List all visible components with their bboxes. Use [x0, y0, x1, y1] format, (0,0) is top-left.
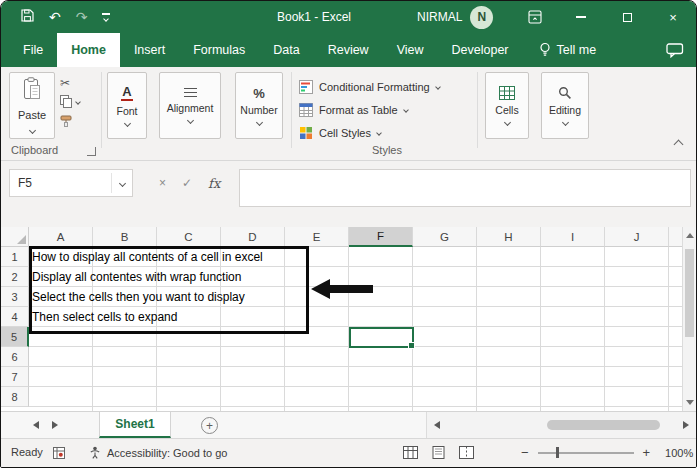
copy-button[interactable]: [60, 95, 80, 108]
tab-home[interactable]: Home: [57, 33, 120, 67]
record-macro-button[interactable]: [53, 447, 65, 459]
group-divider: [291, 72, 292, 148]
close-button[interactable]: ×: [650, 1, 696, 33]
maximize-icon: [623, 13, 632, 22]
avatar[interactable]: N: [470, 6, 493, 29]
clipboard-paste-icon: [22, 77, 42, 101]
clipboard-dialog-launcher-icon[interactable]: [87, 147, 96, 156]
zoom-out-button[interactable]: −: [521, 446, 529, 459]
name-box[interactable]: F5: [9, 169, 133, 197]
vertical-scrollbar[interactable]: [682, 227, 696, 411]
normal-view-icon[interactable]: [403, 446, 418, 459]
maximize-button[interactable]: [604, 1, 650, 33]
column-header-h[interactable]: H: [477, 227, 541, 247]
sheet-tab-bar: Sheet1 +: [1, 411, 696, 438]
column-header-b[interactable]: B: [93, 227, 157, 247]
collapse-ribbon-button[interactable]: [675, 134, 682, 152]
format-as-table-button[interactable]: Format as Table: [299, 100, 408, 120]
chevron-down-icon: [118, 179, 125, 186]
editing-group-button[interactable]: Editing: [541, 72, 589, 139]
new-sheet-button[interactable]: +: [201, 417, 218, 434]
account-area[interactable]: NIRMAL N: [417, 1, 493, 33]
tab-formulas[interactable]: Formulas: [179, 33, 259, 67]
zoom-level[interactable]: 100%: [659, 447, 693, 459]
tab-review[interactable]: Review: [314, 33, 383, 67]
tab-developer[interactable]: Developer: [438, 33, 523, 67]
redo-icon[interactable]: ↷: [76, 10, 88, 24]
horizontal-scrollbar-thumb[interactable]: [547, 420, 660, 430]
comment-icon: [666, 43, 684, 58]
select-all-button[interactable]: [1, 227, 29, 247]
vertical-scrollbar-thumb[interactable]: [685, 249, 694, 337]
conditional-formatting-label: Conditional Formatting: [319, 81, 430, 93]
cell-styles-icon: [299, 126, 313, 140]
scroll-up-icon[interactable]: [686, 233, 694, 238]
tab-data[interactable]: Data: [259, 33, 313, 67]
format-painter-button[interactable]: [60, 114, 80, 127]
accessibility-checker-button[interactable]: Accessibility: Good to go: [89, 439, 227, 466]
sheet-navigation: [33, 412, 58, 438]
cells-group-button[interactable]: Cells: [485, 72, 529, 139]
chevron-down-icon: [123, 120, 130, 127]
sheet-tab-sheet1[interactable]: Sheet1: [99, 412, 171, 438]
undo-icon[interactable]: ↶: [49, 10, 61, 24]
customize-qat-icon[interactable]: [102, 13, 110, 20]
scroll-left-icon[interactable]: [434, 421, 440, 429]
cut-button[interactable]: ✂: [60, 76, 80, 89]
cell-a1-text: How to display all contents of a cell in…: [32, 247, 263, 267]
accessibility-label: Accessibility: Good to go: [107, 447, 227, 459]
cell-a2-text: Display all contentes with wrap function: [32, 267, 241, 287]
scroll-down-icon[interactable]: [686, 400, 694, 405]
paste-button[interactable]: Paste: [9, 72, 55, 139]
page-break-preview-icon[interactable]: [459, 446, 474, 459]
column-header-partial[interactable]: [669, 227, 683, 247]
tab-insert[interactable]: Insert: [120, 33, 179, 67]
insert-function-button[interactable]: fx: [208, 176, 220, 191]
selected-cell-f5[interactable]: [349, 327, 414, 348]
font-group-button[interactable]: A Font: [107, 72, 147, 139]
minimize-button[interactable]: [558, 1, 604, 33]
column-header-j[interactable]: J: [605, 227, 669, 247]
clipboard-group-label: Clipboard: [11, 144, 58, 156]
previous-sheet-icon[interactable]: [33, 421, 39, 429]
zoom-in-button[interactable]: +: [643, 446, 651, 459]
page-layout-view-icon[interactable]: [431, 446, 446, 459]
next-sheet-icon[interactable]: [52, 421, 58, 429]
column-header-e[interactable]: E: [285, 227, 349, 247]
cell-styles-button[interactable]: Cell Styles: [299, 123, 381, 143]
cells-icon: [499, 86, 515, 100]
ribbon-display-options-button[interactable]: [512, 1, 558, 33]
cancel-button[interactable]: ×: [159, 176, 166, 190]
row-header-6[interactable]: 6: [1, 347, 29, 367]
conditional-formatting-button[interactable]: Conditional Formatting: [299, 77, 440, 97]
row-header-7[interactable]: 7: [1, 367, 29, 387]
format-as-table-icon: [299, 103, 313, 117]
number-group-button[interactable]: % Number: [235, 72, 283, 139]
alignment-group-button[interactable]: Alignment: [159, 72, 221, 139]
zoom-slider-thumb[interactable]: [556, 447, 560, 458]
column-header-a[interactable]: A: [29, 227, 93, 247]
row-header-1[interactable]: 1: [1, 247, 29, 267]
column-header-c[interactable]: C: [157, 227, 221, 247]
comments-button[interactable]: [666, 43, 684, 58]
column-header-g[interactable]: G: [413, 227, 477, 247]
formula-input[interactable]: [239, 169, 691, 207]
row-header-4[interactable]: 4: [1, 307, 29, 327]
row-header-5[interactable]: 5: [1, 327, 29, 347]
row-header-3[interactable]: 3: [1, 287, 29, 307]
tab-file[interactable]: File: [9, 33, 57, 67]
row-header-2[interactable]: 2: [1, 267, 29, 287]
user-name: NIRMAL: [417, 10, 462, 24]
scroll-right-icon[interactable]: [683, 421, 689, 429]
column-header-f[interactable]: F: [349, 227, 413, 247]
enter-button[interactable]: ✓: [182, 176, 192, 190]
save-icon[interactable]: [21, 8, 34, 26]
accessibility-person-icon: [89, 446, 101, 459]
tab-view[interactable]: View: [383, 33, 438, 67]
horizontal-scrollbar[interactable]: [426, 412, 696, 438]
tell-me-box[interactable]: Tell me: [539, 33, 597, 67]
column-header-i[interactable]: I: [541, 227, 605, 247]
column-header-d[interactable]: D: [221, 227, 285, 247]
row-header-8[interactable]: 8: [1, 387, 29, 407]
zoom-slider[interactable]: [538, 452, 634, 454]
